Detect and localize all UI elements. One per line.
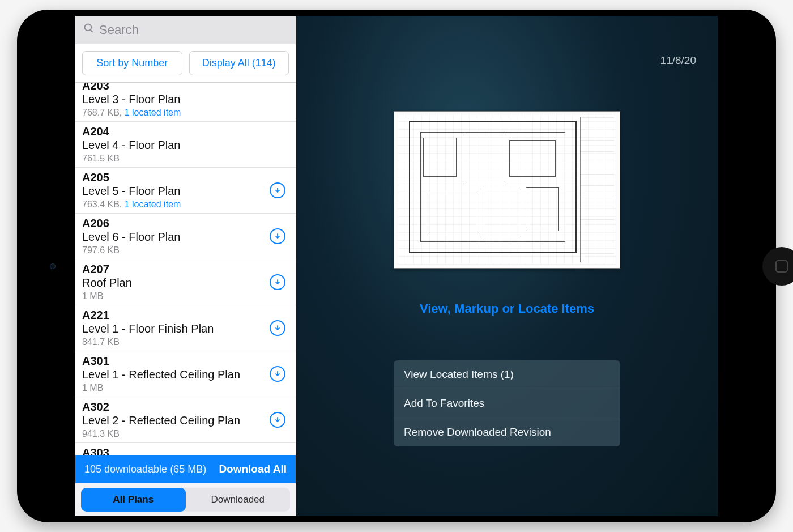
plan-item[interactable]: A205Level 5 - Floor Plan763.4 KB, 1 loca… [75, 168, 296, 214]
svg-line-1 [91, 30, 93, 32]
plan-title: Level 2 - Reflected Ceiling Plan [82, 414, 289, 428]
plan-preview[interactable] [394, 111, 620, 269]
segment-downloaded[interactable]: Downloaded [186, 488, 291, 512]
download-icon[interactable] [270, 412, 285, 428]
plan-number: A205 [82, 171, 289, 184]
segmented-control: All Plans Downloaded [75, 483, 296, 516]
download-icon[interactable] [270, 366, 285, 382]
plan-title: Level 1 - Reflected Ceiling Plan [82, 368, 289, 382]
action-item[interactable]: View Located Items (1) [394, 360, 620, 389]
plan-item[interactable]: A221Level 1 - Floor Finish Plan841.7 KB [75, 305, 296, 351]
located-item-link[interactable]: 1 located item [125, 199, 181, 209]
download-icon[interactable] [270, 274, 285, 290]
plan-title: Level 6 - Floor Plan [82, 230, 289, 244]
located-item-link[interactable]: 1 located item [125, 108, 181, 117]
plan-title: Level 1 - Floor Finish Plan [82, 322, 289, 336]
plan-item[interactable]: A302Level 2 - Reflected Ceiling Plan941.… [75, 397, 296, 443]
search-icon [83, 23, 95, 37]
home-icon [775, 260, 788, 273]
plan-number: A302 [82, 401, 289, 414]
plan-item[interactable]: A207Roof Plan1 MB [75, 259, 296, 305]
home-button[interactable] [762, 247, 793, 286]
plan-meta: 1 MB [82, 383, 289, 393]
plan-item[interactable]: A301Level 1 - Reflected Ceiling Plan1 MB [75, 351, 296, 397]
plan-meta: 941.3 KB [82, 429, 289, 439]
downloadable-count: 105 downloadable (65 MB) [84, 463, 206, 475]
plan-meta: 761.5 KB [82, 154, 289, 164]
plan-number: A203 [82, 83, 289, 92]
action-item[interactable]: Remove Downloaded Revision [394, 418, 620, 446]
download-bar: 105 downloadable (65 MB) Download All [75, 455, 296, 483]
sort-button[interactable]: Sort by Number [82, 51, 182, 75]
plan-item[interactable]: A204Level 4 - Floor Plan761.5 KB [75, 122, 296, 168]
plan-meta: 797.6 KB [82, 245, 289, 256]
view-markup-link[interactable]: View, Markup or Locate Items [420, 301, 594, 316]
action-panel: View Located Items (1)Add To FavoritesRe… [394, 360, 620, 446]
plan-meta: 768.7 KB, 1 located item [82, 108, 289, 118]
display-button[interactable]: Display All (114) [189, 51, 289, 75]
plan-title: Level 4 - Floor Plan [82, 138, 289, 152]
download-all-button[interactable]: Download All [219, 463, 287, 475]
plan-number: A204 [82, 125, 289, 138]
plan-meta: 1 MB [82, 291, 289, 301]
download-icon[interactable] [270, 320, 285, 336]
plan-number: A206 [82, 217, 289, 230]
plan-title: Roof Plan [82, 276, 289, 290]
app-screen: Search Sort by Number Display All (114) … [75, 16, 718, 516]
svg-point-0 [85, 24, 92, 31]
download-icon[interactable] [270, 228, 285, 244]
plan-list[interactable]: A203Level 3 - Floor Plan768.7 KB, 1 loca… [75, 83, 296, 455]
segment-all-plans[interactable]: All Plans [81, 488, 186, 512]
plan-meta: 763.4 KB, 1 located item [82, 199, 289, 210]
plan-item[interactable]: A303 [75, 443, 296, 455]
download-icon[interactable] [270, 182, 285, 198]
plan-number: A207 [82, 263, 289, 276]
action-item[interactable]: Add To Favorites [394, 389, 620, 418]
search-input[interactable]: Search [75, 16, 296, 44]
plan-title: Level 5 - Floor Plan [82, 184, 289, 198]
revision-date: 11/8/20 [660, 54, 696, 67]
plan-number: A221 [82, 309, 289, 322]
filter-row: Sort by Number Display All (114) [75, 44, 296, 83]
plan-item[interactable]: A206Level 6 - Floor Plan797.6 KB [75, 214, 296, 259]
tablet-bezel: Search Sort by Number Display All (114) … [17, 10, 776, 522]
plan-meta: 841.7 KB [82, 337, 289, 347]
plan-item[interactable]: A203Level 3 - Floor Plan768.7 KB, 1 loca… [75, 83, 296, 122]
plan-title: Level 3 - Floor Plan [82, 92, 289, 107]
plan-number: A301 [82, 355, 289, 368]
front-camera [50, 263, 56, 269]
search-placeholder: Search [99, 23, 139, 37]
sidebar: Search Sort by Number Display All (114) … [75, 16, 296, 516]
plan-number: A303 [82, 446, 289, 455]
detail-pane: 11/8/20 View, Markup [296, 16, 718, 516]
